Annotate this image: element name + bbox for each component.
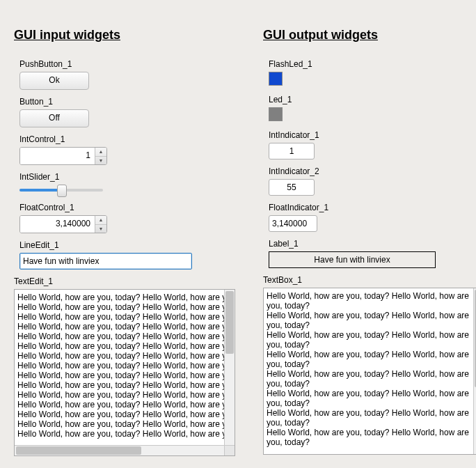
led-label: Led_1 xyxy=(269,95,476,104)
vertical-scrollbar[interactable] xyxy=(224,290,235,446)
text-box[interactable]: Hello World, how are you, today? Hello W… xyxy=(263,288,476,455)
textbox-row: Hello World, how are you, today? Hello W… xyxy=(267,291,471,311)
led-icon xyxy=(269,107,283,121)
flashled-label: FlashLed_1 xyxy=(269,59,476,69)
spin-down-icon[interactable]: ▼ xyxy=(95,157,106,165)
textedit-row: Hello World, how are you, today? Hello W… xyxy=(17,429,223,439)
textedit-row: Hello World, how are you, today? Hello W… xyxy=(17,400,223,410)
textedit-label: TextEdit_1 xyxy=(14,276,235,286)
floatcontrol-value[interactable]: 3,140000 xyxy=(20,216,95,233)
label-display: Have fun with linviex xyxy=(269,251,436,268)
floatcontrol-spinbox[interactable]: 3,140000 ▲ ▼ xyxy=(19,215,107,233)
int-indicator-2: 55 xyxy=(269,179,315,196)
vertical-scrollbar[interactable] xyxy=(473,288,476,454)
intcontrol-label: IntControl_1 xyxy=(19,134,235,144)
horizontal-scrollbar[interactable] xyxy=(15,445,225,455)
spin-up-icon[interactable]: ▲ xyxy=(95,216,106,225)
float-indicator: 3,140000 xyxy=(269,215,317,232)
flash-led-icon xyxy=(269,72,283,86)
intindicator1-label: IntIndicator_1 xyxy=(269,130,476,140)
textedit-row: Hello World, how are you, today? Hello W… xyxy=(17,390,223,400)
floatindicator-label: FloatIndicator_1 xyxy=(269,203,476,212)
output-heading: GUI output widgets xyxy=(263,28,476,42)
textedit-row: Hello World, how are you, today? Hello W… xyxy=(17,341,223,351)
textedit-row: Hello World, how are you, today? Hello W… xyxy=(17,380,223,390)
textedit-row: Hello World, how are you, today? Hello W… xyxy=(17,332,223,341)
textedit-row: Hello World, how are you, today? Hello W… xyxy=(17,410,223,419)
spin-up-icon[interactable]: ▲ xyxy=(95,148,106,157)
intcontrol-spinbox[interactable]: 1 ▲ ▼ xyxy=(19,147,107,165)
int-slider[interactable] xyxy=(19,185,103,196)
textbox-label: TextBox_1 xyxy=(263,275,476,285)
labelwidget-label: Label_1 xyxy=(269,239,476,249)
input-heading: GUI input widgets xyxy=(14,28,235,42)
floatcontrol-label: FloatControl_1 xyxy=(19,203,235,212)
line-edit[interactable]: Have fun with linviex xyxy=(19,253,192,270)
intindicator2-label: IntIndicator_2 xyxy=(269,166,476,176)
toggle-button[interactable]: Off xyxy=(19,109,89,127)
textedit-row: Hello World, how are you, today? Hello W… xyxy=(17,370,223,380)
textbox-row: Hello World, how are you, today? Hello W… xyxy=(267,408,471,428)
textbox-row: Hello World, how are you, today? Hello W… xyxy=(267,311,471,330)
intcontrol-value[interactable]: 1 xyxy=(20,148,95,164)
textbox-row: Hello World, how are you, today? Hello W… xyxy=(267,428,471,447)
textbox-row: Hello World, how are you, today? Hello W… xyxy=(267,389,471,408)
pushbutton[interactable]: Ok xyxy=(19,72,89,90)
textedit-row: Hello World, how are you, today? Hello W… xyxy=(17,322,223,332)
textedit-row: Hello World, how are you, today? Hello W… xyxy=(17,361,223,370)
textedit-row: Hello World, how are you, today? Hello W… xyxy=(17,312,223,322)
intslider-label: IntSlider_1 xyxy=(19,172,235,182)
button-label: Button_1 xyxy=(19,97,235,107)
int-indicator-1: 1 xyxy=(269,143,315,159)
textedit-row: Hello World, how are you, today? Hello W… xyxy=(17,351,223,361)
textedit-row: Hello World, how are you, today? Hello W… xyxy=(17,292,223,302)
text-edit[interactable]: Hello World, how are you, today? Hello W… xyxy=(14,289,235,456)
textbox-row: Hello World, how are you, today? Hello W… xyxy=(267,330,471,350)
pushbutton-label: PushButton_1 xyxy=(19,59,235,69)
textedit-row: Hello World, how are you, today? Hello W… xyxy=(17,419,223,429)
textbox-row: Hello World, how are you, today? Hello W… xyxy=(267,369,471,389)
slider-thumb[interactable] xyxy=(57,185,67,197)
textedit-row: Hello World, how are you, today? Hello W… xyxy=(17,302,223,312)
lineedit-label: LineEdit_1 xyxy=(19,240,235,250)
spin-down-icon[interactable]: ▼ xyxy=(95,225,106,233)
textbox-row: Hello World, how are you, today? Hello W… xyxy=(267,350,471,369)
